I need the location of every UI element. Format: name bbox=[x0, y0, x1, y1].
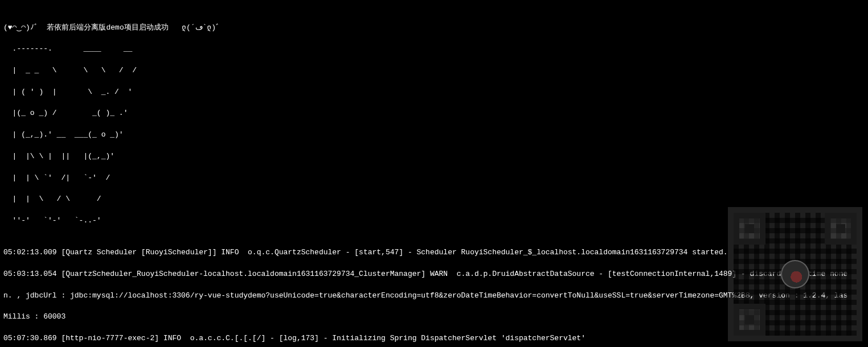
banner-line: |(_ o _) / _( )_ .' bbox=[3, 108, 865, 119]
banner-line: (♥◠‿◠)ﾉﾞ 若依前后端分离版demo项目启动成功 ლ(´ڡ`ლ)ﾞ bbox=[3, 23, 865, 34]
qr-code-icon bbox=[734, 213, 857, 336]
qr-finder-icon bbox=[825, 213, 857, 245]
banner-line: | | \ / \ / bbox=[3, 194, 865, 205]
qr-code-overlay bbox=[728, 207, 862, 341]
banner-line: | _ _ \ \ \ / / bbox=[3, 65, 865, 76]
banner-line: | (_,_).' __ ___(_ o _)' bbox=[3, 130, 865, 141]
banner-line: .-------. ____ __ bbox=[3, 44, 865, 55]
banner-line: | |\ \ | || |(_,_)' bbox=[3, 151, 865, 162]
banner-line: | | \ `' /| `-' / bbox=[3, 173, 865, 184]
banner-line: | ( ' ) | \ _. / ' bbox=[3, 87, 865, 98]
qr-center-avatar-icon bbox=[781, 260, 809, 288]
qr-finder-icon bbox=[734, 304, 765, 336]
startup-banner: (♥◠‿◠)ﾉﾞ 若依前后端分离版demo项目启动成功 ლ(´ڡ`ლ)ﾞ .--… bbox=[3, 12, 865, 237]
qr-finder-icon bbox=[734, 213, 765, 245]
